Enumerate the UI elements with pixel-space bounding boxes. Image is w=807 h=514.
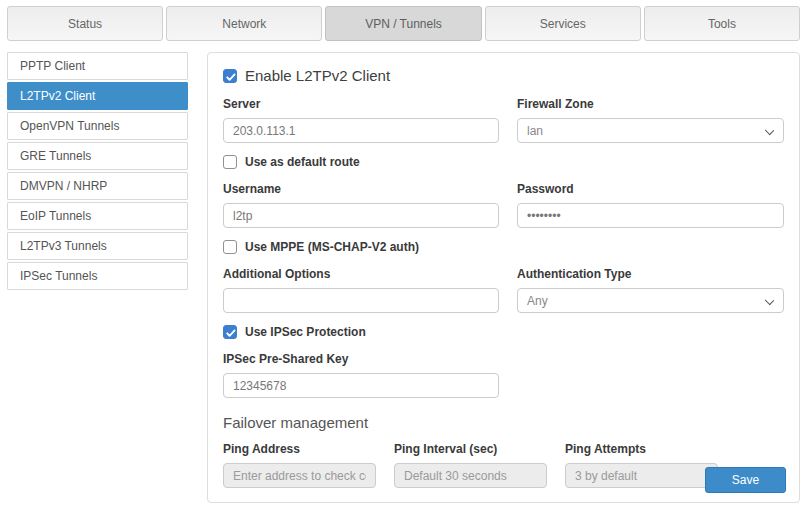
main-panel: Enable L2TPv2 Client Server Firewall Zon… [207,52,800,503]
mppe-row: Use MPPE (MS-CHAP-V2 auth) [223,240,784,254]
auth-type-select[interactable]: Any [517,288,784,313]
sidebar-item-l2tpv3-tunnels[interactable]: L2TPv3 Tunnels [7,232,188,260]
additional-options-input[interactable] [223,288,499,313]
sidebar-item-l2tpv2-client[interactable]: L2TPv2 Client [7,82,188,110]
ipsec-label: Use IPSec Protection [245,325,366,339]
content-area: PPTP Client L2TPv2 Client OpenVPN Tunnel… [7,52,800,503]
tab-services[interactable]: Services [485,6,641,41]
checkmark-icon [225,327,237,339]
ping-interval-input[interactable] [394,463,547,488]
psk-row: IPSec Pre-Shared Key [223,352,784,398]
password-input[interactable] [517,203,784,228]
sidebar-item-gre-tunnels[interactable]: GRE Tunnels [7,142,188,170]
password-label: Password [517,182,784,196]
failover-heading: Failover management [223,414,784,431]
server-zone-row: Server Firewall Zone lan [223,97,784,143]
top-tab-bar: Status Network VPN / Tunnels Services To… [7,6,800,41]
username-input[interactable] [223,203,499,228]
tab-status[interactable]: Status [7,6,163,41]
credentials-row: Username Password [223,182,784,228]
options-auth-row: Additional Options Authentication Type A… [223,267,784,313]
server-input[interactable] [223,118,499,143]
psk-label: IPSec Pre-Shared Key [223,352,499,366]
enable-l2tpv2-checkbox[interactable] [223,69,237,83]
default-route-row: Use as default route [223,155,784,169]
ipsec-checkbox[interactable] [223,325,237,339]
enable-l2tpv2-label: Enable L2TPv2 Client [245,67,390,84]
mppe-checkbox[interactable] [223,240,237,254]
firewall-zone-label: Firewall Zone [517,97,784,111]
ping-attempts-input[interactable] [565,463,718,488]
sidebar-item-eoip-tunnels[interactable]: EoIP Tunnels [7,202,188,230]
default-route-checkbox[interactable] [223,155,237,169]
sidebar: PPTP Client L2TPv2 Client OpenVPN Tunnel… [7,52,188,292]
tab-network[interactable]: Network [166,6,322,41]
sidebar-item-dmvpn-nhrp[interactable]: DMVPN / NHRP [7,172,188,200]
page: Status Network VPN / Tunnels Services To… [0,0,807,514]
save-button[interactable]: Save [705,467,786,493]
username-label: Username [223,182,499,196]
sidebar-item-openvpn-tunnels[interactable]: OpenVPN Tunnels [7,112,188,140]
checkmark-icon [225,71,237,83]
ping-interval-label: Ping Interval (sec) [394,442,547,456]
ipsec-row: Use IPSec Protection [223,325,784,339]
psk-input[interactable] [223,373,499,398]
server-label: Server [223,97,499,111]
additional-options-label: Additional Options [223,267,499,281]
tab-vpn-tunnels[interactable]: VPN / Tunnels [325,6,481,41]
firewall-zone-select[interactable]: lan [517,118,784,143]
ping-address-label: Ping Address [223,442,376,456]
sidebar-item-ipsec-tunnels[interactable]: IPSec Tunnels [7,262,188,290]
ping-attempts-label: Ping Attempts [565,442,718,456]
auth-type-label: Authentication Type [517,267,784,281]
sidebar-item-pptp-client[interactable]: PPTP Client [7,52,188,80]
default-route-label: Use as default route [245,155,360,169]
ping-address-input[interactable] [223,463,376,488]
enable-l2tpv2-row: Enable L2TPv2 Client [223,67,784,84]
failover-row: Ping Address Ping Interval (sec) Ping At… [223,442,784,488]
mppe-label: Use MPPE (MS-CHAP-V2 auth) [245,240,419,254]
tab-tools[interactable]: Tools [644,6,800,41]
